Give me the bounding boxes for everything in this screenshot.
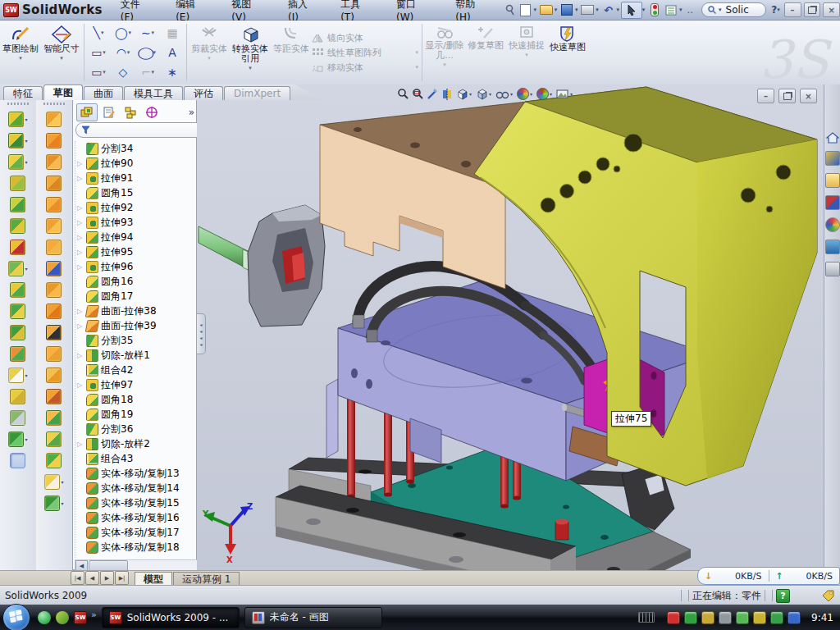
tree-item[interactable]: ▷ 拉伸91: [77, 171, 185, 185]
start-button[interactable]: [2, 604, 30, 630]
tree-item[interactable]: ▷ 曲面-拉伸39: [77, 318, 185, 333]
tree-item[interactable]: ▷ 实体-移动/复制13: [77, 466, 185, 481]
view-orientation-icon[interactable]: ▾: [476, 88, 493, 100]
hole-wizard-icon[interactable]: [10, 236, 25, 258]
command-tab[interactable]: 特征: [3, 86, 43, 100]
combine-bodies-icon[interactable]: [10, 279, 25, 300]
quicklaunch-solidworks-icon[interactable]: SW: [74, 611, 87, 624]
tab-first-button[interactable]: |◀: [71, 571, 84, 585]
file-explorer-icon[interactable]: [825, 173, 840, 188]
split-body-icon[interactable]: [10, 300, 25, 322]
propertymanager-tab-icon[interactable]: [99, 104, 119, 121]
move-copy-body-icon[interactable]: [10, 343, 25, 364]
ruled-surface-icon[interactable]: [46, 172, 62, 194]
pin-icon[interactable]: [502, 3, 517, 17]
command-tab[interactable]: DimXpert: [224, 86, 290, 100]
extended-surface-icon[interactable]: [46, 151, 62, 172]
document-tab[interactable]: 模型: [135, 572, 172, 586]
trim-surface-icon[interactable]: [46, 386, 62, 407]
save-icon[interactable]: [559, 3, 574, 17]
tree-item[interactable]: ▷ 实体-移动/复制15: [77, 495, 185, 510]
restore-button[interactable]: [804, 2, 821, 17]
tree-item[interactable]: ▷ 切除-放样2: [77, 436, 185, 451]
fillet-surface-icon[interactable]: [46, 428, 62, 450]
mid-surface-icon[interactable]: [46, 194, 62, 215]
filled-surface-icon[interactable]: [46, 407, 62, 428]
tree-item[interactable]: ▷ 组合43: [77, 451, 185, 466]
messenger-icon[interactable]: [788, 611, 801, 624]
tree-item[interactable]: ▷ 圆角18: [77, 392, 185, 407]
tree-item[interactable]: ▷ 拉伸92: [77, 200, 185, 215]
delete-face-icon[interactable]: [46, 322, 62, 343]
new-document-icon[interactable]: [518, 3, 533, 17]
boundary-boss-icon[interactable]: [10, 215, 25, 236]
pattern-grid-icon[interactable]: ▦: [160, 23, 185, 43]
curves-icon[interactable]: ▾: [8, 428, 27, 450]
expand-arrow-icon[interactable]: ▷: [77, 308, 84, 315]
security-plus-icon[interactable]: [770, 611, 783, 624]
sketch-button[interactable]: 草图绘制 ▾: [0, 21, 41, 84]
tree-item[interactable]: ▷ 实体-移动/复制14: [77, 481, 185, 495]
command-tab[interactable]: 模具工具: [124, 86, 183, 100]
volume-icon[interactable]: [719, 611, 732, 624]
command-tab[interactable]: 评估: [184, 86, 223, 100]
taskbar-task-button[interactable]: 未命名 - 画图: [244, 607, 382, 628]
point-icon[interactable]: ∗: [160, 62, 185, 82]
expand-arrow-icon[interactable]: ▷: [77, 219, 84, 226]
tree-item[interactable]: ▷ 切除-放样1: [77, 348, 185, 363]
open-icon[interactable]: [539, 3, 554, 17]
polygon-icon[interactable]: ◇: [111, 62, 135, 82]
deform-icon[interactable]: [10, 386, 25, 407]
spline-icon[interactable]: ∼▾: [135, 23, 160, 43]
taskbar-task-button[interactable]: SW SolidWorks 2009 - ...: [102, 607, 240, 628]
line-icon[interactable]: ╲▾: [86, 23, 111, 43]
command-tab[interactable]: 曲面: [84, 86, 123, 100]
network-warning-icon[interactable]: [753, 611, 766, 624]
reference-geometry-icon[interactable]: [10, 407, 25, 428]
minimize-button[interactable]: –: [784, 2, 801, 17]
instant3d-icon[interactable]: [10, 450, 25, 471]
badge-icon[interactable]: [701, 611, 714, 624]
doc-minimize-button[interactable]: –: [757, 89, 774, 103]
toolbar-overflow[interactable]: ..: [687, 4, 693, 16]
quick-tips-icon[interactable]: ?: [776, 589, 790, 603]
tree-item[interactable]: ▷ 曲面-拉伸38: [77, 304, 185, 318]
bend-icon[interactable]: [46, 300, 62, 322]
freeform-icon[interactable]: ▾: [44, 471, 63, 492]
tree-item[interactable]: ▷ 组合42: [77, 363, 185, 377]
apply-scene-icon[interactable]: ▾: [536, 88, 554, 100]
swept-boss-icon[interactable]: [10, 172, 25, 194]
resources-home-icon[interactable]: [826, 132, 839, 144]
scenes-icon[interactable]: [825, 240, 840, 254]
extruded-cut-icon[interactable]: ▾: [8, 130, 27, 151]
command-tab[interactable]: 草图: [43, 84, 83, 100]
tree-item[interactable]: ▷ 分割35: [77, 333, 185, 348]
circle-icon[interactable]: ◯▾: [111, 23, 135, 43]
ellipse-icon[interactable]: ◯▾: [135, 43, 160, 62]
featuremanager-tab-icon[interactable]: [76, 103, 98, 121]
doc-close-button[interactable]: ×: [800, 89, 817, 103]
tree-item[interactable]: ▷ 圆角17: [77, 289, 185, 304]
zoom-selection-icon[interactable]: [427, 88, 439, 100]
quicklaunch-overflow-chevron[interactable]: »: [91, 609, 97, 620]
graphics-viewport[interactable]: Y Z X ▾ ▾: [197, 84, 824, 570]
tree-item[interactable]: ▷ 拉伸95: [77, 244, 185, 259]
configurationmanager-tab-icon[interactable]: [121, 104, 140, 121]
doc-restore-button[interactable]: [778, 89, 796, 103]
sync-icon[interactable]: [736, 611, 749, 624]
quicklaunch-messenger-icon[interactable]: [38, 611, 51, 624]
tree-filter-input[interactable]: [75, 122, 203, 138]
intersect-icon[interactable]: [10, 322, 25, 343]
expand-arrow-icon[interactable]: ▷: [77, 160, 84, 167]
tree-item[interactable]: ▷ 实体-移动/复制16: [77, 510, 185, 525]
curve-tool-icon[interactable]: ▾: [44, 492, 63, 514]
expand-arrow-icon[interactable]: ▷: [77, 441, 84, 448]
zoom-fit-icon[interactable]: [397, 88, 409, 100]
replace-face-icon[interactable]: [46, 343, 62, 364]
delete-body-icon[interactable]: ▾: [8, 364, 27, 386]
document-tab[interactable]: 运动算例 1: [173, 572, 240, 586]
toolbar-grip[interactable]: [7, 103, 29, 105]
hide-show-items-icon[interactable]: ▾: [495, 89, 514, 99]
dome-icon[interactable]: [46, 450, 62, 471]
undo-icon[interactable]: ↶: [601, 3, 616, 17]
